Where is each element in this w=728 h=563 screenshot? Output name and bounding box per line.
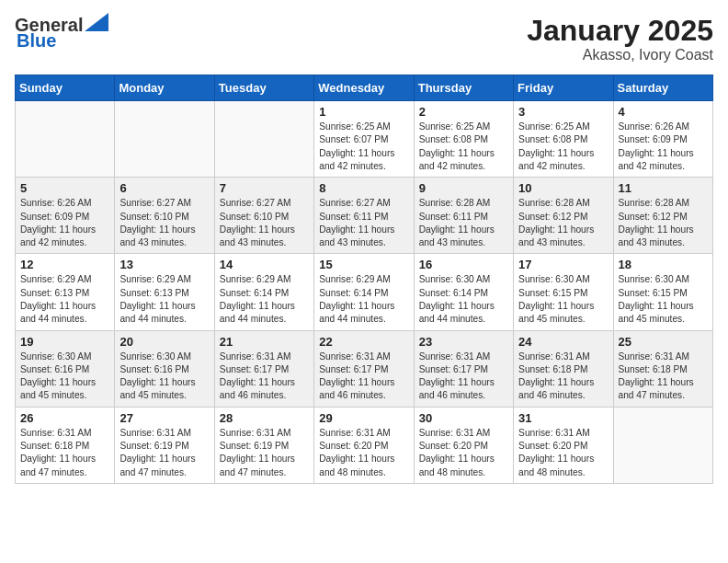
weekday-header-friday: Friday xyxy=(514,75,613,101)
day-info: Sunrise: 6:28 AM Sunset: 6:11 PM Dayligh… xyxy=(419,197,508,249)
day-info: Sunrise: 6:27 AM Sunset: 6:10 PM Dayligh… xyxy=(220,197,309,249)
month-year: January 2025 xyxy=(527,15,713,47)
calendar-cell: 30Sunrise: 6:31 AM Sunset: 6:20 PM Dayli… xyxy=(414,407,513,483)
day-info: Sunrise: 6:29 AM Sunset: 6:13 PM Dayligh… xyxy=(119,273,209,326)
calendar-cell: 7Sunrise: 6:27 AM Sunset: 6:10 PM Daylig… xyxy=(214,178,313,254)
weekday-header-tuesday: Tuesday xyxy=(214,75,313,101)
day-number: 31 xyxy=(518,411,608,425)
day-number: 23 xyxy=(419,335,508,349)
day-info: Sunrise: 6:30 AM Sunset: 6:16 PM Dayligh… xyxy=(119,350,209,403)
calendar-cell: 22Sunrise: 6:31 AM Sunset: 6:17 PM Dayli… xyxy=(314,330,414,407)
day-info: Sunrise: 6:29 AM Sunset: 6:14 PM Dayligh… xyxy=(220,273,309,326)
calendar-cell: 13Sunrise: 6:29 AM Sunset: 6:13 PM Dayli… xyxy=(115,254,214,330)
page-header: General Blue January 2025 Akasso, Ivory … xyxy=(15,15,713,63)
calendar-cell: 9Sunrise: 6:28 AM Sunset: 6:11 PM Daylig… xyxy=(414,178,513,254)
calendar-cell: 3Sunrise: 6:25 AM Sunset: 6:08 PM Daylig… xyxy=(514,101,613,178)
calendar-cell: 6Sunrise: 6:27 AM Sunset: 6:10 PM Daylig… xyxy=(115,178,214,254)
calendar-cell: 25Sunrise: 6:31 AM Sunset: 6:18 PM Dayli… xyxy=(613,330,712,407)
logo: General Blue xyxy=(15,15,108,52)
calendar-cell: 16Sunrise: 6:30 AM Sunset: 6:14 PM Dayli… xyxy=(414,254,513,330)
day-info: Sunrise: 6:31 AM Sunset: 6:17 PM Dayligh… xyxy=(419,350,508,403)
calendar-cell: 2Sunrise: 6:25 AM Sunset: 6:08 PM Daylig… xyxy=(414,101,513,178)
calendar-cell: 28Sunrise: 6:31 AM Sunset: 6:19 PM Dayli… xyxy=(214,407,313,483)
calendar-cell: 1Sunrise: 6:25 AM Sunset: 6:07 PM Daylig… xyxy=(314,101,414,178)
day-info: Sunrise: 6:30 AM Sunset: 6:15 PM Dayligh… xyxy=(619,273,708,326)
day-number: 15 xyxy=(319,258,408,271)
day-info: Sunrise: 6:31 AM Sunset: 6:17 PM Dayligh… xyxy=(319,350,408,403)
day-info: Sunrise: 6:31 AM Sunset: 6:18 PM Dayligh… xyxy=(518,350,608,403)
day-info: Sunrise: 6:31 AM Sunset: 6:19 PM Dayligh… xyxy=(119,427,209,479)
location: Akasso, Ivory Coast xyxy=(527,47,713,63)
calendar-cell xyxy=(214,101,313,178)
calendar-cell: 10Sunrise: 6:28 AM Sunset: 6:12 PM Dayli… xyxy=(514,178,613,254)
day-info: Sunrise: 6:30 AM Sunset: 6:14 PM Dayligh… xyxy=(419,273,508,326)
calendar-table: SundayMondayTuesdayWednesdayThursdayFrid… xyxy=(15,75,713,484)
month-title: January 2025 Akasso, Ivory Coast xyxy=(527,15,713,63)
weekday-header-wednesday: Wednesday xyxy=(314,75,414,101)
day-number: 8 xyxy=(319,181,408,195)
day-info: Sunrise: 6:26 AM Sunset: 6:09 PM Dayligh… xyxy=(20,197,109,249)
day-number: 1 xyxy=(319,105,408,119)
day-number: 7 xyxy=(220,181,309,195)
day-number: 21 xyxy=(220,335,309,349)
calendar-cell: 14Sunrise: 6:29 AM Sunset: 6:14 PM Dayli… xyxy=(214,254,313,330)
calendar-cell: 29Sunrise: 6:31 AM Sunset: 6:20 PM Dayli… xyxy=(314,407,414,483)
calendar-cell: 15Sunrise: 6:29 AM Sunset: 6:14 PM Dayli… xyxy=(314,254,414,330)
weekday-header-saturday: Saturday xyxy=(613,75,712,101)
logo-icon xyxy=(85,13,108,31)
day-info: Sunrise: 6:25 AM Sunset: 6:08 PM Dayligh… xyxy=(518,121,608,173)
weekday-header-row: SundayMondayTuesdayWednesdayThursdayFrid… xyxy=(16,75,713,101)
weekday-header-monday: Monday xyxy=(115,75,214,101)
calendar-cell xyxy=(613,407,712,483)
calendar-cell: 23Sunrise: 6:31 AM Sunset: 6:17 PM Dayli… xyxy=(414,330,513,407)
day-info: Sunrise: 6:31 AM Sunset: 6:18 PM Dayligh… xyxy=(20,427,109,479)
day-info: Sunrise: 6:31 AM Sunset: 6:17 PM Dayligh… xyxy=(220,350,309,403)
day-number: 22 xyxy=(319,335,408,349)
day-number: 16 xyxy=(419,258,508,271)
day-info: Sunrise: 6:27 AM Sunset: 6:10 PM Dayligh… xyxy=(119,197,209,249)
day-info: Sunrise: 6:28 AM Sunset: 6:12 PM Dayligh… xyxy=(619,197,708,249)
calendar-cell: 18Sunrise: 6:30 AM Sunset: 6:15 PM Dayli… xyxy=(613,254,712,330)
day-number: 25 xyxy=(619,335,708,349)
day-info: Sunrise: 6:31 AM Sunset: 6:18 PM Dayligh… xyxy=(619,350,708,403)
day-number: 12 xyxy=(20,258,109,271)
day-number: 17 xyxy=(518,258,608,271)
week-row-5: 26Sunrise: 6:31 AM Sunset: 6:18 PM Dayli… xyxy=(16,407,713,483)
day-info: Sunrise: 6:28 AM Sunset: 6:12 PM Dayligh… xyxy=(518,197,608,249)
week-row-4: 19Sunrise: 6:30 AM Sunset: 6:16 PM Dayli… xyxy=(16,330,713,407)
day-number: 11 xyxy=(619,181,708,195)
day-number: 27 xyxy=(119,411,209,425)
day-number: 5 xyxy=(20,181,109,195)
day-number: 2 xyxy=(419,105,508,119)
calendar-cell: 8Sunrise: 6:27 AM Sunset: 6:11 PM Daylig… xyxy=(314,178,414,254)
day-info: Sunrise: 6:31 AM Sunset: 6:19 PM Dayligh… xyxy=(220,427,309,479)
calendar-cell: 27Sunrise: 6:31 AM Sunset: 6:19 PM Dayli… xyxy=(115,407,214,483)
day-info: Sunrise: 6:25 AM Sunset: 6:07 PM Dayligh… xyxy=(319,121,408,173)
calendar-cell: 26Sunrise: 6:31 AM Sunset: 6:18 PM Dayli… xyxy=(16,407,115,483)
day-info: Sunrise: 6:25 AM Sunset: 6:08 PM Dayligh… xyxy=(419,121,508,173)
day-number: 19 xyxy=(20,335,109,349)
day-number: 9 xyxy=(419,181,508,195)
svg-marker-0 xyxy=(85,13,108,31)
calendar-cell: 17Sunrise: 6:30 AM Sunset: 6:15 PM Dayli… xyxy=(514,254,613,330)
day-info: Sunrise: 6:29 AM Sunset: 6:13 PM Dayligh… xyxy=(20,273,109,326)
day-info: Sunrise: 6:30 AM Sunset: 6:16 PM Dayligh… xyxy=(20,350,109,403)
day-number: 24 xyxy=(518,335,608,349)
calendar-cell xyxy=(16,101,115,178)
day-info: Sunrise: 6:26 AM Sunset: 6:09 PM Dayligh… xyxy=(619,121,708,173)
day-info: Sunrise: 6:31 AM Sunset: 6:20 PM Dayligh… xyxy=(518,427,608,479)
day-number: 20 xyxy=(119,335,209,349)
week-row-1: 1Sunrise: 6:25 AM Sunset: 6:07 PM Daylig… xyxy=(16,101,713,178)
week-row-3: 12Sunrise: 6:29 AM Sunset: 6:13 PM Dayli… xyxy=(16,254,713,330)
calendar-cell: 5Sunrise: 6:26 AM Sunset: 6:09 PM Daylig… xyxy=(16,178,115,254)
day-info: Sunrise: 6:29 AM Sunset: 6:14 PM Dayligh… xyxy=(319,273,408,326)
day-info: Sunrise: 6:31 AM Sunset: 6:20 PM Dayligh… xyxy=(419,427,508,479)
day-number: 29 xyxy=(319,411,408,425)
calendar-cell: 11Sunrise: 6:28 AM Sunset: 6:12 PM Dayli… xyxy=(613,178,712,254)
day-number: 10 xyxy=(518,181,608,195)
calendar-cell xyxy=(115,101,214,178)
day-info: Sunrise: 6:30 AM Sunset: 6:15 PM Dayligh… xyxy=(518,273,608,326)
weekday-header-sunday: Sunday xyxy=(16,75,115,101)
calendar-cell: 21Sunrise: 6:31 AM Sunset: 6:17 PM Dayli… xyxy=(214,330,313,407)
day-number: 3 xyxy=(518,105,608,119)
